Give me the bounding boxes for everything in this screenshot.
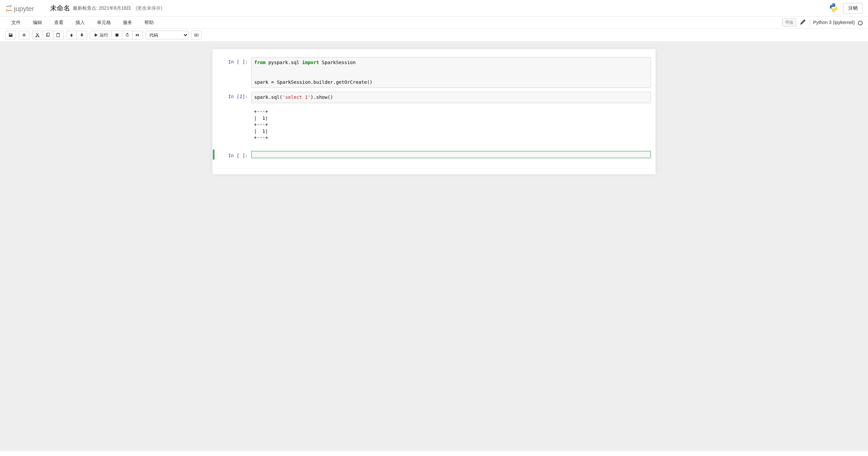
trusted-badge[interactable]: 可信 <box>782 19 796 27</box>
menu-help[interactable]: 帮助 <box>138 17 160 28</box>
save-button[interactable] <box>5 31 16 39</box>
menu-file[interactable]: 文件 <box>5 17 27 28</box>
restart-button[interactable] <box>122 31 133 39</box>
code-cell[interactable]: In [ ]: from pyspark.sql import SparkSes… <box>215 56 653 89</box>
toolbar: 运行 代码 Markdown 原生 NBConvert 标题 <box>0 29 868 42</box>
kernel-name-label: Python 3 (ipykernel) <box>813 20 855 25</box>
move-up-button[interactable] <box>66 31 77 39</box>
code-cell[interactable]: In [ ]: <box>213 150 653 160</box>
interrupt-button[interactable] <box>112 31 122 39</box>
menu-list: 文件 编辑 查看 插入 单元格 服务 帮助 <box>5 17 160 28</box>
code-cell[interactable]: In [2]: spark.sql('select 1').show() <box>215 91 653 104</box>
svg-rect-17 <box>195 35 197 36</box>
menu-insert[interactable]: 插入 <box>69 17 91 28</box>
run-button-label: 运行 <box>99 32 108 38</box>
svg-point-2 <box>6 10 7 11</box>
menu-edit[interactable]: 编辑 <box>27 17 48 28</box>
svg-rect-14 <box>195 35 196 35</box>
command-palette-button[interactable] <box>191 31 202 39</box>
input-prompt: In [2]: <box>215 92 251 103</box>
autosave-status: (更改未保存) <box>136 5 162 11</box>
notebook-container: In [ ]: from pyspark.sql import SparkSes… <box>213 49 655 174</box>
svg-rect-11 <box>116 34 119 37</box>
move-down-button[interactable] <box>76 31 87 39</box>
kernel-idle-indicator-icon <box>858 21 863 25</box>
svg-rect-13 <box>195 35 195 35</box>
kernel-name[interactable]: Python 3 (ipykernel) <box>809 20 863 25</box>
menubar: 文件 编辑 查看 插入 单元格 服务 帮助 可信 Python 3 (ipyke… <box>0 17 868 29</box>
menu-cell[interactable]: 单元格 <box>91 17 117 28</box>
copy-button[interactable] <box>42 31 53 39</box>
paste-button[interactable] <box>53 31 63 39</box>
notebook-name[interactable]: 未命名 <box>50 4 70 13</box>
svg-rect-15 <box>196 35 196 35</box>
restart-run-all-button[interactable] <box>132 31 143 39</box>
menu-view[interactable]: 查看 <box>48 17 69 28</box>
jupyter-logo[interactable]: jupyter <box>5 3 45 13</box>
run-button[interactable]: 运行 <box>90 31 112 39</box>
checkpoint-status: 最新检查点: 2021年8月18日 <box>73 5 131 11</box>
code-input[interactable] <box>252 151 651 158</box>
header: jupyter 未命名 最新检查点: 2021年8月18日 (更改未保存) 注销 <box>0 0 868 17</box>
svg-rect-10 <box>58 33 59 34</box>
input-prompt: In [ ]: <box>215 151 251 158</box>
code-input[interactable]: spark.sql('select 1').show() <box>251 92 651 103</box>
python-logo-icon <box>829 3 839 14</box>
svg-point-6 <box>38 36 39 37</box>
menu-kernel[interactable]: 服务 <box>117 17 138 28</box>
cut-button[interactable] <box>32 31 43 39</box>
svg-rect-8 <box>47 33 50 36</box>
add-cell-button[interactable] <box>19 31 29 39</box>
output-prompt <box>215 106 251 141</box>
output-text: +---+ | 1| +---+ | 1| +---+ <box>251 106 653 141</box>
svg-text:jupyter: jupyter <box>14 5 34 12</box>
svg-point-1 <box>10 5 11 6</box>
menubar-right: 可信 Python 3 (ipykernel) <box>782 19 863 27</box>
header-right: 注销 <box>829 3 863 14</box>
logout-button[interactable]: 注销 <box>843 3 863 14</box>
code-input[interactable]: from pyspark.sql import SparkSession spa… <box>251 57 651 88</box>
svg-point-5 <box>36 36 37 37</box>
output-wrapper: +---+ | 1| +---+ | 1| +---+ <box>215 106 653 141</box>
edit-metadata-icon[interactable] <box>800 19 806 26</box>
main-area: In [ ]: from pyspark.sql import SparkSes… <box>0 42 868 451</box>
input-prompt: In [ ]: <box>215 57 251 88</box>
cell-type-select[interactable]: 代码 Markdown 原生 NBConvert 标题 <box>146 31 188 39</box>
svg-point-3 <box>11 10 12 11</box>
svg-rect-16 <box>197 35 197 35</box>
